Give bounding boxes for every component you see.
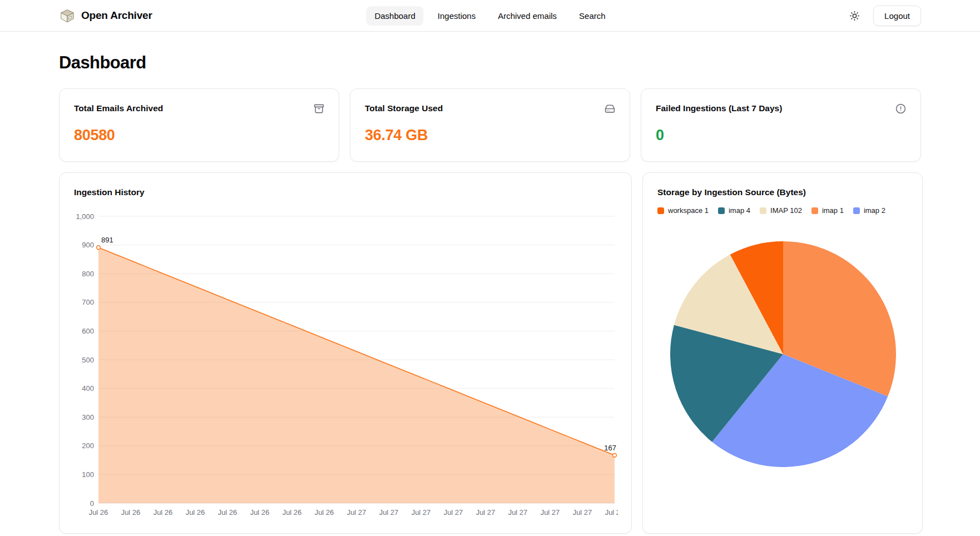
legend-item-workspace-1[interactable]: workspace 1: [657, 206, 709, 215]
legend-swatch: [811, 207, 818, 214]
alert-circle-icon: [895, 103, 906, 114]
archive-box-logo: [59, 8, 76, 23]
legend-swatch: [853, 207, 860, 214]
y-axis-tick: 900: [82, 241, 94, 249]
legend-swatch: [760, 207, 766, 214]
sun-icon: [849, 11, 860, 21]
theme-toggle-button[interactable]: [849, 11, 860, 21]
dashboard-page: Dashboard Total Emails Archived 80580 To…: [0, 32, 980, 534]
stat-card-total-storage: Total Storage Used 36.74 GB: [350, 88, 630, 162]
y-axis-tick: 400: [82, 384, 94, 393]
x-axis-tick: Jul 27: [379, 508, 399, 517]
app-header: Open Archiver Dashboard Ingestions Archi…: [0, 0, 980, 32]
x-axis-tick: Jul 26: [121, 508, 141, 517]
ingestion-history-card: Ingestion History 1,00090080070060050040…: [59, 172, 632, 534]
legend-label: imap 2: [864, 206, 885, 215]
y-axis-tick: 500: [82, 356, 94, 364]
legend-item-imap-4[interactable]: imap 4: [718, 206, 750, 215]
x-axis-tick: Jul 26: [218, 508, 237, 517]
stats-row: Total Emails Archived 80580 Total Storag…: [59, 88, 921, 162]
x-axis-tick: Jul 27: [444, 508, 463, 517]
stat-value: 80580: [74, 127, 324, 144]
nav-tab-dashboard[interactable]: Dashboard: [366, 6, 423, 26]
logout-button[interactable]: Logout: [873, 6, 921, 26]
stat-value: 0: [656, 127, 906, 144]
point-label: 167: [604, 444, 616, 452]
x-axis-tick: Jul 26: [186, 508, 205, 517]
x-axis-tick: Jul 26: [283, 508, 302, 517]
legend-item-imap-102[interactable]: IMAP 102: [760, 206, 802, 215]
stat-title: Total Storage Used: [365, 103, 443, 113]
y-axis-tick: 1,000: [76, 212, 94, 221]
legend-label: imap 1: [822, 206, 844, 215]
brand-title: Open Archiver: [81, 9, 152, 22]
chart-title: Ingestion History: [73, 187, 618, 197]
x-axis-tick: Jul 26: [89, 508, 108, 517]
stat-card-total-emails: Total Emails Archived 80580: [59, 88, 339, 162]
legend-item-imap-2[interactable]: imap 2: [853, 206, 885, 215]
storage-by-source-card: Storage by Ingestion Source (Bytes) work…: [642, 172, 923, 534]
stat-title: Total Emails Archived: [74, 103, 163, 113]
y-axis-tick: 800: [82, 270, 94, 278]
legend-label: workspace 1: [668, 206, 709, 215]
x-axis-tick: Jul 26: [154, 508, 173, 517]
main-nav: Dashboard Ingestions Archived emails Sea…: [366, 6, 613, 26]
x-axis-tick: Jul 27: [476, 508, 496, 517]
page-title: Dashboard: [59, 53, 921, 73]
nav-tab-search[interactable]: Search: [571, 6, 614, 26]
pie-legend: workspace 1imap 4IMAP 102imap 1imap 2: [656, 206, 909, 215]
x-axis-tick: Jul 27: [347, 508, 367, 517]
archive-icon: [314, 103, 324, 114]
legend-label: imap 4: [729, 206, 750, 215]
nav-tab-ingestions[interactable]: Ingestions: [429, 6, 484, 26]
legend-swatch: [657, 207, 664, 214]
ingestion-history-area-chart: 1,0009008007006005004003002001000Jul 26J…: [73, 207, 618, 520]
charts-row: Ingestion History 1,00090080070060050040…: [59, 172, 921, 534]
legend-label: IMAP 102: [770, 206, 802, 215]
y-axis-tick: 200: [82, 441, 94, 450]
legend-item-imap-1[interactable]: imap 1: [811, 206, 844, 215]
y-axis-tick: 600: [82, 327, 94, 335]
y-axis-tick: 700: [82, 298, 94, 306]
x-axis-tick: Jul 27: [508, 508, 528, 517]
x-axis-tick: Jul 27: [412, 508, 431, 517]
header-right: Logout: [849, 6, 921, 26]
x-axis-tick: Jul 26: [315, 508, 334, 517]
y-axis-tick: 100: [82, 470, 94, 479]
chart-title: Storage by Ingestion Source (Bytes): [656, 187, 909, 197]
legend-swatch: [718, 207, 725, 214]
stat-value: 36.74 GB: [365, 127, 615, 144]
y-axis-tick: 300: [82, 413, 94, 421]
storage-pie-chart: [656, 227, 909, 484]
x-axis-tick: Jul 26: [250, 508, 270, 517]
y-axis-tick: 0: [90, 499, 94, 508]
stat-title: Failed Ingestions (Last 7 Days): [656, 103, 782, 113]
x-axis-tick: Jul 27: [573, 508, 592, 517]
brand: Open Archiver: [59, 8, 152, 23]
stat-card-failed-ingestions: Failed Ingestions (Last 7 Days) 0: [641, 88, 921, 162]
x-axis-tick: Jul 28: [605, 508, 618, 517]
x-axis-tick: Jul 27: [541, 508, 560, 517]
hard-drive-icon: [605, 103, 615, 114]
nav-tab-archived-emails[interactable]: Archived emails: [489, 6, 565, 26]
point-label: 891: [101, 236, 113, 244]
